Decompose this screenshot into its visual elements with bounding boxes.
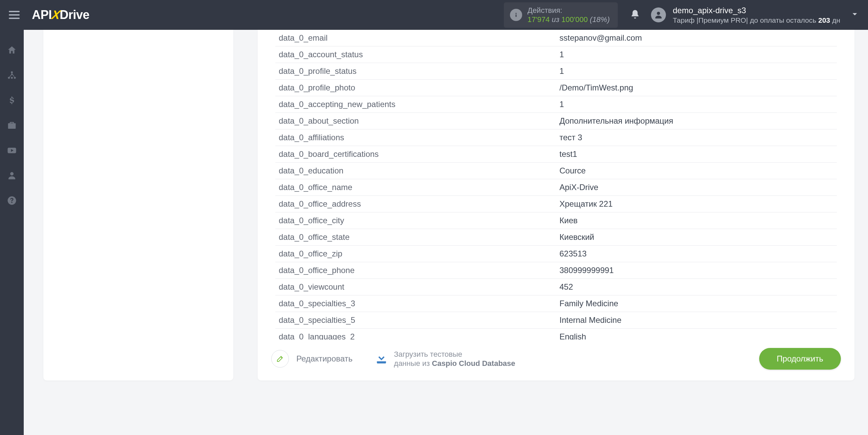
table-row: data_0_office_stateКиевский <box>275 229 837 246</box>
continue-button[interactable]: Продолжить <box>759 348 841 370</box>
nav-profile[interactable] <box>5 169 19 182</box>
table-value: Family Medicine <box>556 295 837 312</box>
table-row: data_0_office_zip623513 <box>275 246 837 262</box>
table-value: Хрещатик 221 <box>556 196 837 212</box>
table-row: data_0_emailsstepanov@gmail.com <box>275 30 837 46</box>
edit-label[interactable]: Редактировать <box>296 354 353 364</box>
download-test-data[interactable]: Загрузить тестовые данные из Caspio Clou… <box>374 350 515 368</box>
table-row: data_0_accepting_new_patients1 <box>275 96 837 113</box>
table-key: data_0_office_phone <box>275 262 556 279</box>
download-text: Загрузить тестовые данные из Caspio Clou… <box>394 350 515 368</box>
table-row: data_0_account_status1 <box>275 46 837 63</box>
table-value: /Demo/TimWest.png <box>556 80 837 96</box>
menu-toggle[interactable] <box>9 7 24 22</box>
svg-point-7 <box>10 172 14 175</box>
table-row: data_0_profile_photo/Demo/TimWest.png <box>275 80 837 96</box>
table-row: data_0_specialties_5Internal Medicine <box>275 312 837 329</box>
nav-home[interactable] <box>5 43 19 57</box>
tariff-prefix: Тариф | <box>673 16 698 24</box>
table-key: data_0_viewcount <box>275 279 556 295</box>
left-panel <box>43 30 233 380</box>
data-table-wrap: data_0_emailsstepanov@gmail.comdata_0_ac… <box>258 30 854 340</box>
logo-text-post: Drive <box>60 8 90 22</box>
table-value: 380999999991 <box>556 262 837 279</box>
svg-point-3 <box>11 71 13 73</box>
nav-briefcase[interactable] <box>5 119 19 132</box>
svg-rect-10 <box>383 364 385 365</box>
table-row: data_0_educationCource <box>275 163 837 179</box>
tariff-name: Премиум PRO <box>698 16 746 24</box>
table-value: 1 <box>556 96 837 113</box>
tariff-days: 203 <box>818 16 830 24</box>
table-value: 623513 <box>556 246 837 262</box>
actions-done: 17'974 <box>528 15 550 24</box>
actions-text: Действия: 17'974 из 100'000 (18%) <box>528 6 610 24</box>
user-menu-toggle[interactable] <box>850 10 859 20</box>
table-key: data_0_office_zip <box>275 246 556 262</box>
page-body: data_0_emailsstepanov@gmail.comdata_0_ac… <box>24 30 868 435</box>
avatar[interactable] <box>651 7 666 22</box>
download-line2-strong: Caspio Cloud Database <box>432 359 515 368</box>
table-row: data_0_board_certificationstest1 <box>275 146 837 163</box>
svg-point-5 <box>11 77 13 79</box>
table-value: тест 3 <box>556 129 837 146</box>
nav-connections[interactable] <box>5 68 19 82</box>
table-row: data_0_viewcount452 <box>275 279 837 295</box>
table-key: data_0_office_address <box>275 196 556 212</box>
download-line1: Загрузить тестовые <box>394 350 515 359</box>
table-key: data_0_office_name <box>275 179 556 196</box>
download-icon <box>374 350 389 367</box>
table-key: data_0_account_status <box>275 46 556 63</box>
download-line2: данные из Caspio Cloud Database <box>394 359 515 368</box>
table-value: Киев <box>556 212 837 229</box>
table-value: English <box>556 329 837 340</box>
tariff-suffix: дн <box>830 16 840 24</box>
table-key: data_0_specialties_5 <box>275 312 556 329</box>
actions-counter[interactable]: Действия: 17'974 из 100'000 (18%) <box>504 2 618 28</box>
table-key: data_0_profile_status <box>275 63 556 80</box>
table-value: 1 <box>556 46 837 63</box>
actions-total: 100'000 <box>561 15 588 24</box>
table-value: Киевский <box>556 229 837 246</box>
svg-rect-9 <box>381 364 382 365</box>
info-icon <box>510 9 522 21</box>
logo[interactable]: APIXDrive <box>32 8 90 22</box>
table-row: data_0_specialties_3Family Medicine <box>275 295 837 312</box>
table-key: data_0_board_certifications <box>275 146 556 163</box>
table-key: data_0_email <box>275 30 556 46</box>
table-value: Cource <box>556 163 837 179</box>
table-value: sstepanov@gmail.com <box>556 30 837 46</box>
edit-button[interactable] <box>271 350 289 368</box>
svg-rect-1 <box>515 15 516 17</box>
table-row: data_0_about_sectionДополнительная инфор… <box>275 113 837 129</box>
table-key: data_0_profile_photo <box>275 80 556 96</box>
table-row: data_0_office_cityКиев <box>275 212 837 229</box>
table-key: data_0_education <box>275 163 556 179</box>
table-value: 1 <box>556 63 837 80</box>
main-panel: data_0_emailsstepanov@gmail.comdata_0_ac… <box>258 30 854 380</box>
actions-values: 17'974 из 100'000 (18%) <box>528 15 610 24</box>
table-key: data_0_specialties_3 <box>275 295 556 312</box>
svg-point-2 <box>657 12 660 15</box>
table-value: 452 <box>556 279 837 295</box>
table-row: data_0_office_addressХрещатик 221 <box>275 196 837 212</box>
nav-help[interactable] <box>5 194 19 207</box>
table-row: data_0_profile_status1 <box>275 63 837 80</box>
table-key: data_0_about_section <box>275 113 556 129</box>
table-row: data_0_affiliationsтест 3 <box>275 129 837 146</box>
data-table: data_0_emailsstepanov@gmail.comdata_0_ac… <box>275 30 837 340</box>
actions-pct: (18%) <box>588 15 610 24</box>
table-value: Internal Medicine <box>556 312 837 329</box>
user-name: demo_apix-drive_s3 <box>673 5 840 16</box>
user-menu[interactable]: demo_apix-drive_s3 Тариф |Премиум PRO| д… <box>673 5 840 25</box>
table-value: ApiX-Drive <box>556 179 837 196</box>
side-rail <box>0 30 24 435</box>
table-key: data_0_office_state <box>275 229 556 246</box>
notifications-button[interactable] <box>630 9 640 21</box>
svg-point-6 <box>14 77 16 79</box>
table-key: data_0_office_city <box>275 212 556 229</box>
nav-billing[interactable] <box>5 94 19 107</box>
panel-footer: Редактировать Загрузить тестовые данные … <box>258 340 854 380</box>
nav-youtube[interactable] <box>5 144 19 157</box>
table-row: data_0_office_nameApiX-Drive <box>275 179 837 196</box>
